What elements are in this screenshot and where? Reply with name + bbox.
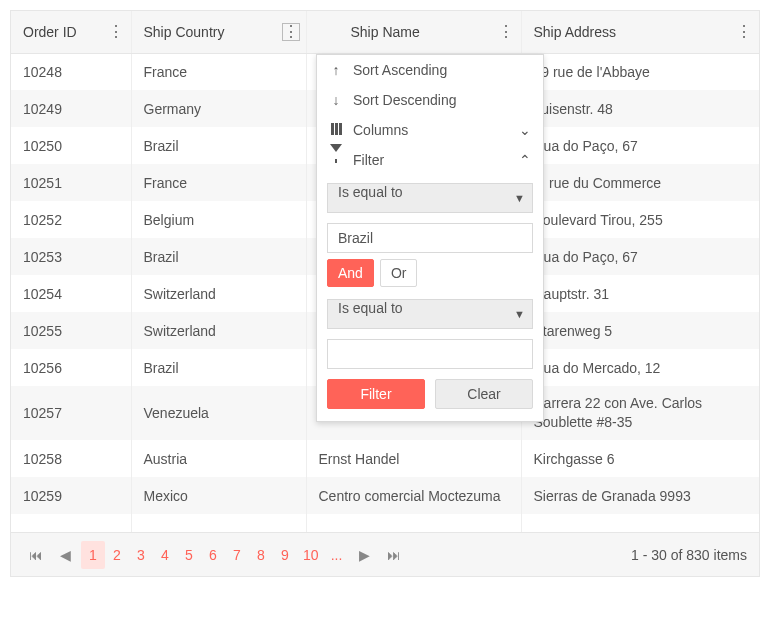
- vertical-dots-icon: ⋮: [498, 24, 514, 40]
- column-menu-popup: ↑ Sort Ascending ↓ Sort Descending Colum…: [316, 54, 544, 422]
- pager-info: 1 - 30 of 830 items: [631, 547, 747, 563]
- pager-page-3[interactable]: 3: [129, 541, 153, 569]
- cell-orderId: 10250: [11, 127, 131, 164]
- cell-shipAddress: Rua do Mercado, 12: [521, 349, 759, 386]
- filter-clear-button[interactable]: Clear: [435, 379, 533, 409]
- cell-orderId: 10255: [11, 312, 131, 349]
- cell-shipName: Ernst Handel: [306, 440, 521, 477]
- pager-page-4[interactable]: 4: [153, 541, 177, 569]
- cell-orderId: 10252: [11, 201, 131, 238]
- cell-shipCountry: Germany: [131, 90, 306, 127]
- cell-shipCountry: Venezuela: [131, 386, 306, 440]
- pager-page-10[interactable]: 10: [297, 541, 325, 569]
- col-header-ship-address[interactable]: Ship Address ⋮: [521, 11, 759, 53]
- pager: ⏮ ◀ 12345678910... ▶ ⏭ 1 - 30 of 830 ite…: [11, 532, 759, 576]
- filter-operator-1[interactable]: Is equal to ▼: [327, 183, 533, 213]
- pager-more[interactable]: ...: [325, 541, 349, 569]
- chevron-down-icon: ⌄: [519, 122, 531, 138]
- cell-shipCountry: Brazil: [131, 127, 306, 164]
- table-row[interactable]: 10259MexicoCentro comercial MoctezumaSie…: [11, 477, 759, 514]
- cell-shipAddress: 59 rue de l'Abbaye: [521, 53, 759, 90]
- pager-page-8[interactable]: 8: [249, 541, 273, 569]
- filter-apply-button[interactable]: Filter: [327, 379, 425, 409]
- cell-shipAddress: Kirchgasse 6: [521, 440, 759, 477]
- cell-shipAddress: Starenweg 5: [521, 312, 759, 349]
- label: Sort Descending: [353, 92, 457, 108]
- vertical-dots-icon: ⋮: [108, 24, 124, 40]
- cell-orderId: 10257: [11, 386, 131, 440]
- table-row[interactable]: 10258AustriaErnst HandelKirchgasse 6: [11, 440, 759, 477]
- column-menu-icon[interactable]: ⋮: [282, 23, 300, 41]
- cell-orderId: 10259: [11, 477, 131, 514]
- columns-item[interactable]: Columns ⌄: [317, 115, 543, 145]
- cell-orderId: 10253: [11, 238, 131, 275]
- cell-orderId: 10251: [11, 164, 131, 201]
- cell-shipCountry: Mexico: [131, 477, 306, 514]
- col-header-order-id[interactable]: Order ID ⋮: [11, 11, 131, 53]
- vertical-dots-icon: ⋮: [283, 24, 299, 40]
- cell-shipAddress: 2, rue du Commerce: [521, 164, 759, 201]
- pager-next-button[interactable]: ▶: [353, 541, 377, 569]
- sort-descending-item[interactable]: ↓ Sort Descending: [317, 85, 543, 115]
- cell-orderId: 10258: [11, 440, 131, 477]
- pager-first-button[interactable]: ⏮: [23, 541, 49, 569]
- col-header-ship-name[interactable]: Ship Name ⋮: [306, 11, 521, 53]
- select-display: Is equal to: [327, 299, 533, 329]
- chevron-up-icon: ⌃: [519, 152, 531, 168]
- pager-prev-button[interactable]: ◀: [53, 541, 77, 569]
- cell-orderId: 10254: [11, 275, 131, 312]
- arrow-down-icon: ↓: [329, 92, 343, 108]
- filter-form: Is equal to ▼ And Or Is equal to ▼ Filte…: [317, 175, 543, 421]
- filter-logic-group: And Or: [327, 259, 533, 287]
- cell-shipAddress: Luisenstr. 48: [521, 90, 759, 127]
- data-grid: Order ID ⋮ Ship Country ⋮ Ship Name ⋮ Sh…: [10, 10, 760, 577]
- cell-orderId: 10248: [11, 53, 131, 90]
- col-header-label: Ship Name: [319, 24, 420, 40]
- cell-shipAddress: Carrera 22 con Ave. Carlos Soublette #8-…: [521, 386, 759, 440]
- pager-page-1[interactable]: 1: [81, 541, 105, 569]
- columns-icon: [329, 122, 343, 138]
- pager-page-6[interactable]: 6: [201, 541, 225, 569]
- cell-shipAddress: Sierras de Granada 9993: [521, 477, 759, 514]
- pager-page-5[interactable]: 5: [177, 541, 201, 569]
- cell-shipAddress: Hauptstr. 31: [521, 275, 759, 312]
- cell-shipCountry: Belgium: [131, 201, 306, 238]
- filter-value-1-input[interactable]: [327, 223, 533, 253]
- cell-shipAddress: Boulevard Tirou, 255: [521, 201, 759, 238]
- cell-shipCountry: France: [131, 164, 306, 201]
- cell-shipAddress: Rua do Paço, 67: [521, 127, 759, 164]
- pager-page-9[interactable]: 9: [273, 541, 297, 569]
- column-menu-icon[interactable]: ⋮: [735, 23, 753, 41]
- logic-and-button[interactable]: And: [327, 259, 374, 287]
- arrow-up-icon: ↑: [329, 62, 343, 78]
- select-display: Is equal to: [327, 183, 533, 213]
- filter-item[interactable]: Filter ⌃: [317, 145, 543, 175]
- cell-shipCountry: France: [131, 53, 306, 90]
- logic-or-button[interactable]: Or: [380, 259, 418, 287]
- col-header-ship-country[interactable]: Ship Country ⋮: [131, 11, 306, 53]
- filter-value-2-input[interactable]: [327, 339, 533, 369]
- pager-page-2[interactable]: 2: [105, 541, 129, 569]
- col-header-label: Ship Address: [534, 24, 617, 40]
- filter-icon: [329, 152, 343, 168]
- cell-shipCountry: Brazil: [131, 349, 306, 386]
- sort-ascending-item[interactable]: ↑ Sort Ascending: [317, 55, 543, 85]
- cell-shipCountry: Switzerland: [131, 275, 306, 312]
- label: Sort Ascending: [353, 62, 447, 78]
- cell-orderId: 10256: [11, 349, 131, 386]
- pager-last-button[interactable]: ⏭: [381, 541, 407, 569]
- filter-operator-2[interactable]: Is equal to ▼: [327, 299, 533, 329]
- col-header-label: Ship Country: [144, 24, 225, 40]
- column-menu-icon[interactable]: ⋮: [497, 23, 515, 41]
- column-menu-icon[interactable]: ⋮: [107, 23, 125, 41]
- vertical-dots-icon: ⋮: [736, 24, 752, 40]
- cell-orderId: 10249: [11, 90, 131, 127]
- label: Columns: [353, 122, 408, 138]
- label: Filter: [353, 152, 384, 168]
- cell-shipName: Centro comercial Moctezuma: [306, 477, 521, 514]
- cell-shipCountry: Switzerland: [131, 312, 306, 349]
- cell-shipCountry: Brazil: [131, 238, 306, 275]
- cell-shipCountry: Austria: [131, 440, 306, 477]
- col-header-label: Order ID: [23, 24, 77, 40]
- pager-page-7[interactable]: 7: [225, 541, 249, 569]
